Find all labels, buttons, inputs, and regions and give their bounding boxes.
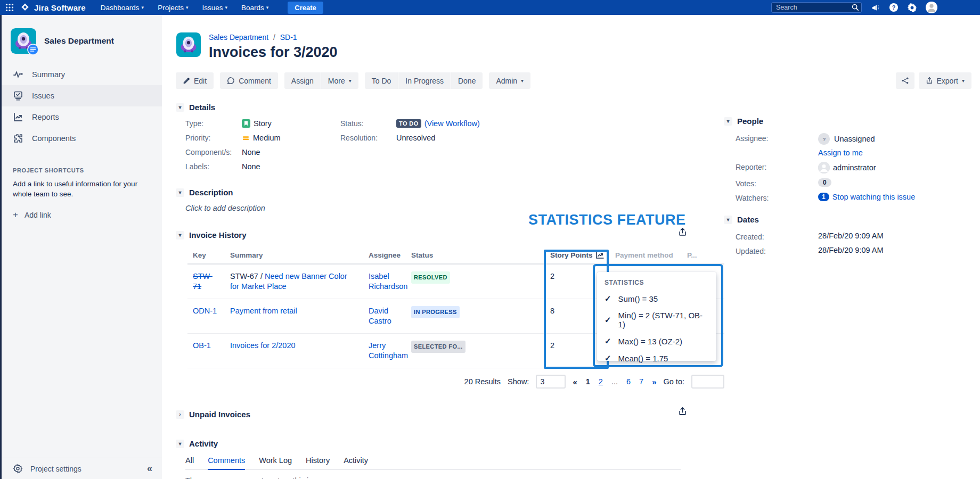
invoice-history-header: Invoice History	[189, 230, 247, 240]
next-page-icon[interactable]: »	[652, 377, 656, 386]
page-2[interactable]: 2	[599, 377, 603, 386]
stop-watching-link[interactable]: Stop watching this issue	[832, 193, 916, 201]
tab-worklog[interactable]: Work Log	[259, 456, 292, 469]
col-p[interactable]: P...	[682, 248, 724, 264]
sidebar-item-reports[interactable]: Reports	[2, 106, 162, 128]
dates-section: ▾ Dates Created: 28/Feb/20 9:09 AM Updat…	[724, 215, 979, 255]
stat-min[interactable]: ✓ Min() = 2 (STW-71, OB-1)	[605, 311, 709, 329]
show-label: Show:	[508, 377, 529, 386]
description-twisty-icon[interactable]: ▾	[176, 188, 184, 197]
project-settings-button[interactable]: Project settings «	[2, 458, 162, 479]
col-summary[interactable]: Summary	[225, 248, 363, 264]
share-button[interactable]	[896, 72, 914, 89]
settings-gear-icon[interactable]	[908, 3, 917, 12]
summary-link[interactable]: Payment from retail	[230, 307, 297, 315]
page-7[interactable]: 7	[639, 377, 643, 386]
create-button[interactable]: Create	[288, 2, 323, 14]
assign-button[interactable]: Assign	[284, 72, 321, 89]
inprogress-transition-button[interactable]: In Progress	[398, 72, 451, 89]
search-input[interactable]	[771, 2, 862, 13]
top-navigation: Jira Software Dashboards ▾ Projects ▾ Is…	[0, 0, 980, 15]
app-switcher-icon[interactable]	[5, 3, 14, 12]
col-payment-method[interactable]: Payment method	[610, 248, 682, 264]
summary-link[interactable]: Invoices for 2/2020	[230, 341, 296, 350]
breadcrumb-issue-link[interactable]: SD-1	[280, 33, 297, 42]
statistics-chart-icon[interactable]	[596, 252, 604, 259]
issue-key-link[interactable]: STW-71	[193, 272, 213, 291]
stat-sum[interactable]: ✓ Sum() = 35	[605, 294, 709, 303]
announcements-icon[interactable]	[871, 3, 880, 12]
votes-label: Votes:	[736, 178, 818, 188]
col-key[interactable]: Key	[187, 248, 225, 264]
jira-logo[interactable]: Jira Software	[20, 3, 86, 12]
tab-history[interactable]: History	[306, 456, 330, 469]
todo-transition-button[interactable]: To Do	[365, 72, 398, 89]
plus-icon: +	[13, 210, 18, 220]
tab-all[interactable]: All	[185, 456, 194, 469]
more-button[interactable]: More ▾	[321, 72, 358, 89]
reporter-value: adminstrator	[833, 163, 876, 172]
done-transition-button[interactable]: Done	[451, 72, 483, 89]
prev-page-icon[interactable]: «	[573, 377, 577, 386]
assignee-link[interactable]: Jerry Cottingham	[369, 341, 408, 360]
nav-dashboards[interactable]: Dashboards ▾	[101, 4, 144, 12]
page-1[interactable]: 1	[586, 377, 590, 386]
export-button[interactable]: Export ▾	[919, 72, 972, 89]
user-avatar[interactable]	[926, 2, 937, 13]
people-twisty-icon[interactable]: ▾	[724, 117, 732, 126]
activity-twisty-icon[interactable]: ▾	[176, 440, 184, 448]
page-6[interactable]: 6	[626, 377, 631, 386]
breadcrumb-project-link[interactable]: Sales Department	[209, 33, 268, 42]
edit-button[interactable]: Edit	[176, 72, 214, 89]
shortcuts-hint: Add a link to useful information for you…	[13, 179, 151, 199]
watchers-badge[interactable]: 1	[818, 193, 829, 201]
help-icon[interactable]: ?	[889, 3, 899, 12]
assignee-link[interactable]: David Castro	[369, 307, 391, 325]
stat-mean[interactable]: ✓ Mean() = 1.75	[605, 353, 709, 363]
status-badge: RESOLVED	[411, 271, 450, 284]
sidebar-item-components[interactable]: Components	[2, 128, 162, 149]
assignee-value: Unassigned	[834, 135, 875, 143]
view-workflow-link[interactable]: (View Workflow)	[424, 119, 480, 128]
invoice-history-twisty-icon[interactable]: ▾	[176, 231, 184, 240]
priority-label: Priority:	[185, 134, 242, 142]
unpaid-twisty-icon[interactable]: ›	[176, 410, 184, 419]
details-twisty-icon[interactable]: ▾	[176, 103, 184, 112]
issue-key-link[interactable]: OB-1	[193, 341, 211, 350]
show-input[interactable]	[536, 375, 566, 389]
assignee-link[interactable]: Isabel Richardson	[369, 272, 407, 291]
nav-boards[interactable]: Boards ▾	[241, 4, 268, 12]
stat-max[interactable]: ✓ Max() = 13 (OZ-2)	[605, 336, 709, 346]
issue-key-link[interactable]: ODN-1	[193, 307, 217, 315]
votes-badge[interactable]: 0	[818, 178, 831, 187]
nav-issues[interactable]: Issues ▾	[202, 4, 227, 12]
export-panel-icon[interactable]	[678, 227, 687, 237]
chevron-down-icon: ▾	[962, 78, 965, 84]
sidebar-item-summary[interactable]: Summary	[2, 64, 162, 85]
add-link-button[interactable]: + Add link	[13, 210, 162, 220]
nav-projects[interactable]: Projects ▾	[158, 4, 188, 12]
collapse-sidebar-icon[interactable]: «	[147, 463, 152, 474]
tab-comments[interactable]: Comments	[208, 456, 245, 470]
export-panel-icon[interactable]	[678, 407, 687, 416]
check-icon: ✓	[605, 294, 611, 303]
col-status[interactable]: Status	[406, 248, 545, 264]
tab-activity[interactable]: Activity	[344, 456, 368, 469]
reporter-avatar	[818, 162, 830, 174]
sidebar-item-issues[interactable]: Issues	[2, 85, 162, 106]
col-assignee[interactable]: Assignee	[363, 248, 406, 264]
priority-medium-icon	[242, 134, 250, 142]
goto-label: Go to:	[664, 377, 685, 386]
chevron-down-icon: ▾	[225, 5, 227, 10]
pencil-icon	[183, 77, 190, 85]
summary-prefix: STW-67 /	[230, 272, 263, 280]
dates-twisty-icon[interactable]: ▾	[724, 216, 732, 224]
col-story-points[interactable]: Story Points	[545, 248, 610, 264]
activity-tabs: All Comments Work Log History Activity	[185, 456, 681, 470]
assign-to-me-link[interactable]: Assign to me	[818, 148, 863, 157]
chevron-down-icon: ▾	[186, 5, 189, 10]
description-placeholder[interactable]: Click to add description	[185, 204, 724, 212]
goto-input[interactable]	[691, 375, 724, 389]
admin-button[interactable]: Admin ▾	[489, 72, 530, 89]
comment-button[interactable]: Comment	[220, 72, 278, 89]
